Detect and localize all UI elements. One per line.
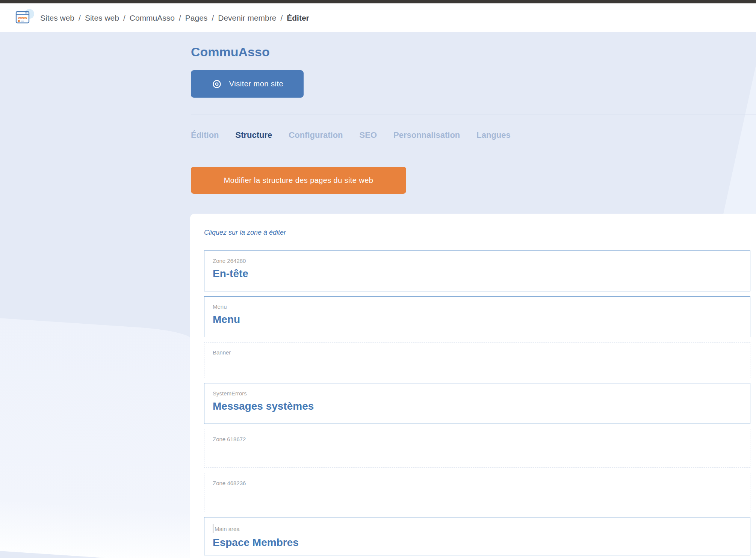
tab-personnalisation[interactable]: Personnalisation (393, 130, 460, 140)
tab-langues[interactable]: Langues (476, 130, 510, 140)
zone-title: Menu (213, 313, 742, 326)
breadcrumb-item-editer: Éditer (287, 14, 309, 23)
zone-menu[interactable]: Menu Menu (204, 296, 750, 337)
website-browser-icon: www (15, 9, 35, 27)
zone-label: Zone 468236 (213, 480, 742, 487)
tab-seo[interactable]: SEO (360, 130, 377, 140)
breadcrumb-item-pages[interactable]: Pages (185, 14, 208, 23)
zone-label: Banner (213, 349, 742, 356)
breadcrumb-item-commuasso[interactable]: CommuAsso (130, 14, 175, 23)
breadcrumb-separator: / (79, 14, 81, 23)
breadcrumb-item-devenir-membre[interactable]: Devenir membre (218, 14, 276, 23)
zone-entete[interactable]: Zone 264280 En-tête (204, 250, 750, 291)
breadcrumb-separator: / (123, 14, 125, 23)
tab-configuration[interactable]: Configuration (289, 130, 343, 140)
eye-icon (211, 79, 222, 89)
zone-468236[interactable]: Zone 468236 (204, 473, 750, 512)
tab-edition[interactable]: Édition (191, 130, 219, 140)
structure-editor-card: Cliquez sur la zone à éditer Zone 264280… (190, 214, 756, 558)
zone-label: Main area (213, 524, 742, 533)
zone-title: En-tête (213, 267, 742, 280)
zone-label: Menu (213, 303, 742, 310)
zone-label: Zone 618672 (213, 436, 742, 443)
zone-618672[interactable]: Zone 618672 (204, 429, 750, 468)
browser-top-strip (0, 0, 756, 3)
zone-title: Messages systèmes (213, 400, 742, 413)
tabs-divider (191, 115, 756, 115)
visit-site-button-label: Visiter mon site (229, 80, 283, 88)
breadcrumb-separator: / (179, 14, 181, 23)
breadcrumb: www Sites web / Sites web / CommuAsso / … (0, 9, 309, 27)
tab-bar: Édition Structure Configuration SEO Pers… (191, 130, 511, 140)
text-cursor (213, 524, 213, 533)
header: www Sites web / Sites web / CommuAsso / … (0, 3, 756, 32)
breadcrumb-item-sites-web-2[interactable]: Sites web (85, 14, 119, 23)
page-title: CommuAsso (191, 44, 270, 59)
breadcrumb-separator: / (280, 14, 283, 23)
modify-structure-button[interactable]: Modifier la structure des pages du site … (191, 167, 406, 194)
breadcrumb-separator: / (212, 14, 214, 23)
decorative-curve-left (0, 318, 191, 558)
svg-text:www: www (18, 16, 27, 20)
zone-system-errors[interactable]: SystemErrors Messages systèmes (204, 383, 750, 424)
tab-structure[interactable]: Structure (236, 130, 272, 140)
zone-label: Zone 264280 (213, 258, 742, 264)
zone-title: Espace Membres (213, 536, 742, 549)
zone-label: SystemErrors (213, 390, 742, 397)
zone-main-area[interactable]: Main area Espace Membres (204, 517, 750, 555)
screen: www Sites web / Sites web / CommuAsso / … (0, 0, 756, 558)
editor-hint: Cliquez sur la zone à éditer (204, 228, 750, 237)
breadcrumb-item-sites-web-1[interactable]: Sites web (40, 14, 74, 23)
zone-banner[interactable]: Banner (204, 342, 750, 378)
visit-site-button[interactable]: Visiter mon site (191, 70, 304, 98)
